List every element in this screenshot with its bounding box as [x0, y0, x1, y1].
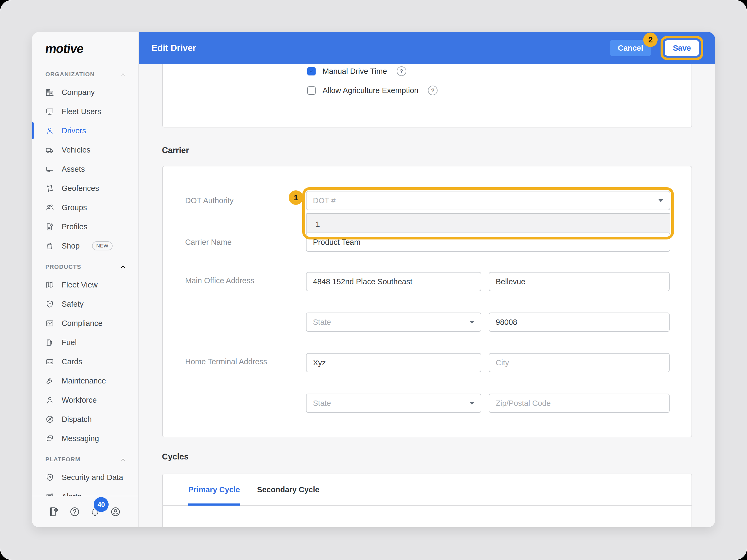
sidebar-section-organization[interactable]: ORGANIZATION — [32, 66, 138, 83]
sidebar-item-messaging[interactable]: Messaging — [32, 429, 138, 448]
notifications-bell-icon[interactable]: 40 — [89, 506, 101, 517]
dot-number-select[interactable]: DOT # — [306, 191, 670, 210]
sidebar-item-groups[interactable]: Groups — [32, 198, 138, 217]
motive-logo-text: motive — [44, 41, 84, 56]
cycles-heading: Cycles — [162, 452, 189, 461]
sidebar-item-drivers[interactable]: Drivers — [32, 121, 138, 140]
logbook-icon[interactable] — [49, 506, 60, 517]
sidebar-item-label: Fleet Users — [61, 107, 101, 116]
motive-logo: motive — [45, 41, 83, 56]
sidebar-item-label: Fleet View — [61, 281, 98, 289]
ht-street-input[interactable] — [306, 353, 481, 372]
new-badge: NEW — [92, 241, 113, 250]
save-annotation-ring: Save — [661, 36, 703, 60]
manual-drive-time-checkbox[interactable] — [307, 67, 316, 76]
sidebar-item-fleet-view[interactable]: Fleet View — [32, 275, 138, 294]
cancel-button-wrap: Cancel 2 — [610, 40, 651, 56]
tab-primary-cycle[interactable]: Primary Cycle — [188, 474, 240, 505]
section-label: PLATFORM — [45, 456, 81, 463]
street-address-input[interactable] — [306, 272, 481, 291]
sidebar-item-label: Drivers — [61, 126, 86, 135]
sidebar-item-workforce[interactable]: Workforce — [32, 391, 138, 409]
sidebar-item-shop[interactable]: Shop NEW — [32, 236, 138, 256]
sidebar-item-label: Shop — [61, 242, 80, 250]
sidebar-item-geofences[interactable]: Geofences — [32, 179, 138, 198]
main-office-address-label: Main Office Address — [185, 276, 254, 285]
dot-option-1[interactable]: 1 — [316, 220, 661, 229]
state-select[interactable]: State — [306, 313, 481, 332]
desktop-background: motive ORGANIZATION Company Fleet Users — [0, 0, 747, 560]
sidebar-item-dispatch[interactable]: Dispatch — [32, 409, 138, 429]
help-icon[interactable] — [69, 506, 80, 517]
sidebar-item-label: Safety — [61, 300, 83, 309]
home-terminal-address-label: Home Terminal Address — [185, 357, 267, 366]
driver-settings-card: Manual Drive Time ? Allow Agriculture Ex… — [162, 64, 692, 128]
select-caret-icon — [469, 402, 474, 405]
sidebar-item-label: Company — [61, 88, 95, 97]
sidebar-item-company[interactable]: Company — [32, 83, 138, 102]
chart-doc-icon — [45, 319, 54, 328]
shopping-bag-icon — [45, 242, 54, 250]
cycles-card: Primary Cycle Secondary Cycle — [162, 474, 692, 527]
sidebar-item-label: Maintenance — [61, 376, 106, 385]
main-content: Manual Drive Time ? Allow Agriculture Ex… — [139, 64, 715, 527]
sidebar-item-fleet-users[interactable]: Fleet Users — [32, 102, 138, 121]
select-caret-icon — [469, 321, 474, 324]
app-window: motive ORGANIZATION Company Fleet Users — [32, 32, 715, 527]
monitor-icon — [45, 107, 54, 116]
manual-drive-time-row: Manual Drive Time ? — [307, 64, 406, 78]
wrench-icon — [45, 376, 54, 385]
trailer-icon — [45, 165, 54, 174]
ht-city-input[interactable] — [489, 353, 670, 372]
save-button[interactable]: Save — [665, 40, 699, 56]
carrier-name-input[interactable] — [306, 233, 670, 252]
building-icon — [45, 88, 54, 97]
sidebar-item-label: Geofences — [61, 184, 99, 193]
account-icon[interactable] — [110, 506, 121, 517]
credit-card-icon — [45, 357, 54, 366]
person-icon — [45, 396, 54, 404]
cycles-tabs: Primary Cycle Secondary Cycle — [163, 474, 692, 506]
state-placeholder: State — [313, 318, 331, 327]
section-label: ORGANIZATION — [45, 71, 95, 78]
help-icon[interactable]: ? — [397, 66, 406, 76]
check-icon — [309, 68, 314, 74]
chevron-up-icon — [120, 456, 126, 463]
sidebar-item-label: Workforce — [61, 396, 97, 404]
sidebar-item-vehicles[interactable]: Vehicles — [32, 140, 138, 159]
sidebar-item-profiles[interactable]: Profiles — [32, 217, 138, 236]
sidebar-item-safety[interactable]: Safety — [32, 294, 138, 314]
dot-number-placeholder: DOT # — [313, 196, 336, 205]
city-input[interactable] — [489, 272, 670, 291]
sidebar-item-compliance[interactable]: Compliance — [32, 314, 138, 333]
help-icon[interactable]: ? — [428, 86, 438, 95]
sidebar-section-products[interactable]: PRODUCTS — [32, 259, 138, 275]
sidebar-item-assets[interactable]: Assets — [32, 159, 138, 179]
sidebar-item-label: Dispatch — [61, 415, 92, 424]
sidebar-section-platform[interactable]: PLATFORM — [32, 451, 138, 468]
sidebar-item-label: Profiles — [61, 222, 87, 231]
tab-secondary-cycle[interactable]: Secondary Cycle — [257, 474, 319, 505]
ht-state-select[interactable]: State — [306, 394, 481, 413]
page-header: Edit Driver Cancel 2 Save — [139, 32, 715, 64]
ht-zip-input[interactable] — [489, 394, 670, 413]
sidebar-item-label: Messaging — [61, 434, 99, 443]
sidebar: motive ORGANIZATION Company Fleet Users — [32, 32, 139, 527]
carrier-heading: Carrier — [162, 145, 189, 155]
sidebar-item-maintenance[interactable]: Maintenance — [32, 371, 138, 391]
sidebar-item-security-and-data[interactable]: Security and Data — [32, 468, 138, 487]
carrier-card: DOT Authority DOT # 1 1 Carrier Name Mai… — [162, 166, 692, 437]
shield-icon — [45, 300, 54, 309]
agriculture-exemption-label: Allow Agriculture Exemption — [323, 86, 418, 95]
state-placeholder: State — [313, 399, 331, 408]
sidebar-item-cards[interactable]: Cards — [32, 352, 138, 371]
sidebar-item-label: Compliance — [61, 319, 102, 328]
header-actions: Cancel 2 Save — [610, 36, 703, 60]
agriculture-exemption-checkbox[interactable] — [307, 86, 316, 95]
sidebar-item-fuel[interactable]: Fuel — [32, 333, 138, 352]
step-2-annotation-badge: 2 — [643, 32, 658, 47]
sidebar-nav: ORGANIZATION Company Fleet Users Drivers — [32, 66, 138, 506]
sidebar-item-label: Fuel — [61, 338, 77, 347]
zip-input[interactable] — [489, 313, 670, 332]
chevron-up-icon — [120, 71, 126, 78]
